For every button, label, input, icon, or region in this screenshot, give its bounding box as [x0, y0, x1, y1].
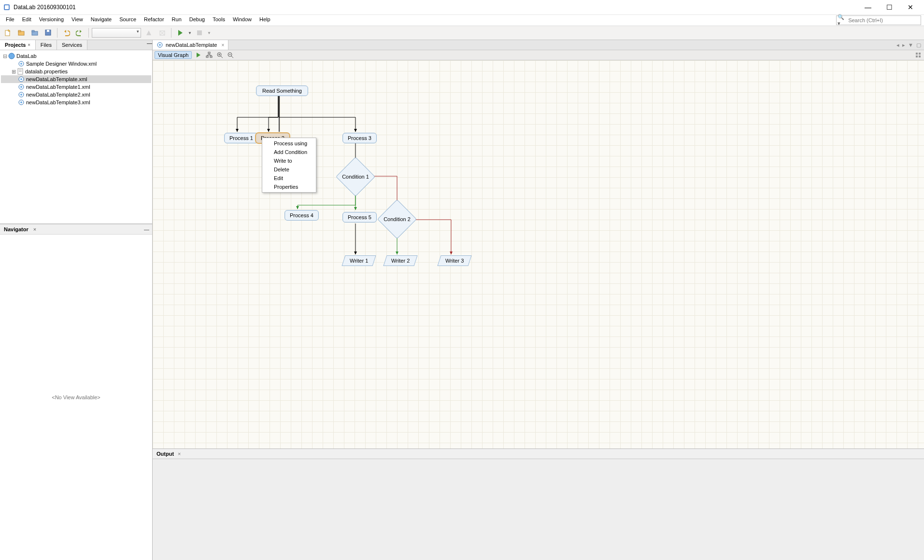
- svg-rect-27: [208, 52, 210, 54]
- tree-item[interactable]: newDataLabTemplate3.xml: [1, 98, 151, 106]
- zoom-out-icon[interactable]: [227, 51, 234, 59]
- svg-line-31: [221, 56, 223, 58]
- menu-tools[interactable]: Tools: [209, 15, 229, 26]
- menu-window[interactable]: Window: [229, 15, 256, 26]
- ctx-process-using[interactable]: Process using: [262, 139, 316, 148]
- menu-edit[interactable]: Edit: [18, 15, 35, 26]
- menu-debug[interactable]: Debug: [185, 15, 209, 26]
- zoom-in-icon[interactable]: [216, 51, 224, 59]
- build-button[interactable]: [143, 27, 155, 39]
- tab-scroll-right-icon[interactable]: ▸: [902, 42, 905, 48]
- tree-item[interactable]: newDataLabTemplate2.xml: [1, 91, 151, 98]
- window-maximize-button[interactable]: ☐: [879, 0, 900, 14]
- ctx-write-to[interactable]: Write to: [262, 156, 316, 165]
- navigator-close-icon[interactable]: ×: [33, 226, 36, 232]
- project-tree[interactable]: ⊟ DataLab Sample Designer Window.xml ⊞ d…: [0, 50, 152, 224]
- global-search[interactable]: 🔍▾: [836, 15, 921, 25]
- navigator-minimize-icon[interactable]: —: [141, 226, 152, 232]
- navigator-empty: <No View Available>: [0, 235, 152, 560]
- tree-item-label: newDataLabTemplate3.xml: [26, 99, 90, 105]
- config-combo[interactable]: [92, 28, 141, 38]
- ctx-add-condition[interactable]: Add Condition: [262, 148, 316, 156]
- projects-minimize-icon[interactable]: —: [147, 40, 152, 50]
- ctx-properties[interactable]: Properties: [262, 182, 316, 191]
- run-dropdown-icon[interactable]: ▼: [188, 31, 192, 35]
- redo-button[interactable]: [74, 27, 85, 39]
- node-process-4[interactable]: Process 4: [284, 210, 319, 221]
- tab-services[interactable]: Services: [57, 40, 87, 50]
- graph-edges: [153, 60, 924, 448]
- node-writer-3[interactable]: Writer 3: [437, 255, 471, 266]
- open-button[interactable]: [29, 27, 41, 39]
- node-process-1[interactable]: Process 1: [224, 133, 258, 143]
- svg-point-20: [20, 86, 22, 88]
- node-process-3[interactable]: Process 3: [342, 133, 377, 143]
- debug-button[interactable]: [194, 27, 205, 39]
- tree-item-selected[interactable]: newDataLabTemplate.xml: [1, 75, 151, 83]
- tab-list-dropdown-icon[interactable]: ▼: [908, 42, 913, 48]
- menu-versioning[interactable]: Versioning: [35, 15, 68, 26]
- node-condition-2[interactable]: Condition 2: [383, 205, 411, 233]
- editor-tab[interactable]: newDataLabTemplate ×: [153, 40, 228, 50]
- undo-button[interactable]: [60, 27, 72, 39]
- tree-item[interactable]: ⊞ datalab.properties: [1, 68, 151, 75]
- app-title: DataLab 201609300101: [14, 4, 76, 11]
- menu-refactor[interactable]: Refactor: [140, 15, 168, 26]
- node-label: Process 4: [290, 212, 313, 218]
- xml-file-icon: [17, 83, 25, 91]
- menu-run[interactable]: Run: [168, 15, 185, 26]
- output-body[interactable]: [153, 459, 924, 560]
- node-read[interactable]: Read Something: [256, 85, 308, 96]
- node-process-5[interactable]: Process 5: [342, 212, 377, 223]
- graph-canvas[interactable]: Read Something Process 1 Process 2 Proce…: [153, 60, 924, 448]
- run-button[interactable]: [174, 27, 186, 39]
- tab-projects[interactable]: Projects×: [0, 40, 36, 50]
- menu-navigate[interactable]: Navigate: [87, 15, 115, 26]
- svg-line-35: [231, 56, 233, 58]
- svg-rect-10: [197, 30, 202, 35]
- run-graph-icon[interactable]: [195, 51, 202, 59]
- svg-rect-1: [5, 5, 9, 9]
- tree-item[interactable]: Sample Designer Window.xml: [1, 60, 151, 68]
- menu-help[interactable]: Help: [256, 15, 274, 26]
- save-all-button[interactable]: [43, 27, 54, 39]
- new-project-button[interactable]: [15, 27, 27, 39]
- window-close-button[interactable]: ✕: [900, 0, 921, 14]
- tree-item-label: newDataLabTemplate1.xml: [26, 84, 90, 90]
- svg-rect-38: [919, 53, 921, 55]
- menu-source[interactable]: Source: [115, 15, 140, 26]
- ctx-delete[interactable]: Delete: [262, 165, 316, 174]
- ctx-edit[interactable]: Edit: [262, 174, 316, 182]
- svg-point-26: [159, 44, 161, 46]
- node-label: Writer 1: [350, 258, 368, 264]
- visual-graph-mode-button[interactable]: Visual Graph: [155, 51, 192, 59]
- debug-dropdown-icon[interactable]: ▼: [207, 31, 211, 35]
- node-condition-1[interactable]: Condition 1: [341, 163, 370, 191]
- search-input[interactable]: [847, 17, 920, 24]
- menu-file[interactable]: File: [2, 15, 18, 26]
- tab-files-label: Files: [41, 42, 52, 48]
- node-writer-2[interactable]: Writer 2: [383, 255, 417, 266]
- tab-projects-close-icon[interactable]: ×: [28, 42, 30, 47]
- window-minimize-button[interactable]: —: [857, 0, 879, 14]
- svg-rect-40: [919, 56, 921, 57]
- tab-files[interactable]: Files: [36, 40, 57, 50]
- expand-icon[interactable]: ⊞: [11, 69, 16, 75]
- node-writer-1[interactable]: Writer 1: [341, 255, 376, 266]
- editor-tab-close-icon[interactable]: ×: [221, 42, 224, 48]
- new-file-button[interactable]: [2, 27, 14, 39]
- svg-rect-39: [916, 56, 918, 57]
- grid-toggle-icon[interactable]: [914, 51, 922, 59]
- expand-icon[interactable]: ⊟: [2, 53, 8, 59]
- tree-root[interactable]: ⊟ DataLab: [1, 52, 151, 60]
- maximize-editor-icon[interactable]: ▢: [916, 42, 921, 48]
- clean-build-button[interactable]: [156, 27, 168, 39]
- layout-icon[interactable]: [205, 51, 213, 59]
- menu-view[interactable]: View: [68, 15, 87, 26]
- node-label: Read Something: [262, 88, 302, 94]
- output-close-icon[interactable]: ×: [178, 451, 181, 457]
- tree-item[interactable]: newDataLabTemplate1.xml: [1, 83, 151, 91]
- navigator-header: Navigator × —: [0, 224, 152, 235]
- svg-rect-8: [47, 30, 49, 32]
- tab-scroll-left-icon[interactable]: ◂: [896, 42, 899, 48]
